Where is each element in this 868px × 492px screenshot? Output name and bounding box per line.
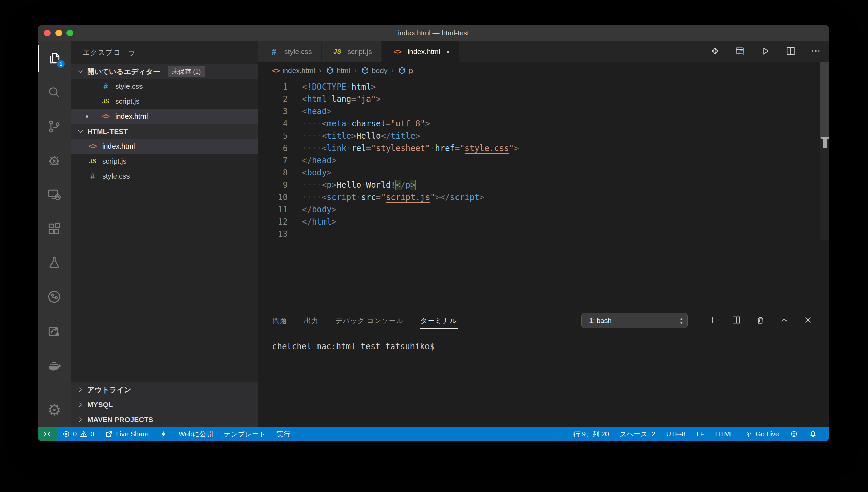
status-template[interactable]: テンプレート	[219, 427, 271, 441]
breadcrumb-item-index.html[interactable]: <>index.html	[272, 66, 315, 75]
open-preview-button[interactable]	[735, 46, 746, 58]
status-notifications[interactable]	[804, 427, 823, 441]
code-line: 7</head>	[258, 154, 829, 167]
close-button[interactable]	[803, 315, 813, 326]
breadcrumb-separator: ›	[354, 66, 357, 75]
section-header-MAVEN PROJECTS[interactable]: MAVEN PROJECTS	[71, 412, 258, 427]
open-editor-item-style.css[interactable]: #style.css	[71, 79, 258, 94]
activity-item-git-graph[interactable]	[38, 280, 71, 314]
breadcrumb-item-p[interactable]: p	[398, 66, 413, 75]
run-button[interactable]	[760, 46, 771, 58]
activity-item-test-explorer[interactable]	[38, 246, 71, 280]
git-graph-icon	[47, 289, 62, 304]
status-feedback[interactable]	[784, 427, 804, 441]
editor-scrollbar[interactable]	[820, 62, 829, 240]
status-eol[interactable]: LF	[691, 427, 709, 441]
breadcrumb-separator: ›	[319, 66, 321, 75]
zoom-window-button[interactable]	[66, 30, 73, 36]
status-publish-web[interactable]: Webに公開	[173, 427, 219, 441]
activity-item-explorer[interactable]: 1	[38, 41, 71, 75]
status-problems[interactable]: 00	[57, 427, 100, 441]
panel-tab-出力[interactable]: 出力	[303, 313, 319, 329]
file-label: script.js	[115, 97, 139, 105]
status-bar: 00Live ShareWebに公開テンプレート実行 行 9、列 20スペース:…	[38, 427, 829, 441]
search-icon	[47, 85, 62, 100]
breadcrumb-item-body[interactable]: body	[361, 66, 388, 75]
activity-item-manage[interactable]: ⚙	[38, 393, 71, 427]
terminal-output[interactable]: chelchel-mac:html-test tatsuhiko$	[258, 333, 829, 351]
code-text: <!DOCTYPE·html>	[302, 81, 376, 93]
test-flask-icon	[47, 255, 62, 270]
code-token: </	[302, 217, 312, 227]
remote-indicator[interactable]	[38, 427, 57, 441]
tree-item-script.js[interactable]: JSscript.js	[71, 154, 258, 169]
code-token: ·	[327, 94, 331, 104]
bell-icon	[809, 430, 817, 438]
status-live-share[interactable]: Live Share	[100, 427, 154, 441]
status-flash[interactable]	[154, 427, 173, 441]
breadcrumb-item-html[interactable]: html	[326, 66, 350, 75]
plus-button[interactable]	[707, 315, 718, 326]
chevron-up-button[interactable]	[779, 315, 789, 326]
status-label: 0	[73, 430, 77, 438]
file-label: script.js	[102, 157, 126, 165]
activity-item-debug[interactable]	[38, 143, 71, 178]
panel-tab-問題[interactable]: 問題	[272, 313, 288, 329]
scrollbar-slider[interactable]	[820, 62, 829, 139]
status-language-mode[interactable]: HTML	[710, 427, 739, 441]
panel-tab-ターミナル[interactable]: ターミナル	[420, 313, 458, 329]
tab-script.js[interactable]: JSscript.js	[322, 41, 382, 62]
status-indentation[interactable]: スペース: 2	[614, 427, 661, 441]
open-editor-item-script.js[interactable]: JSscript.js	[71, 94, 258, 109]
code-token: ·	[430, 143, 435, 153]
minimize-window-button[interactable]	[55, 30, 62, 36]
close-window-button[interactable]	[44, 30, 51, 36]
panel-tab-デバッグ コンソール[interactable]: デバッグ コンソール	[335, 313, 404, 329]
more-button[interactable]	[810, 46, 821, 58]
code-token: >	[332, 156, 336, 165]
code-token: html	[307, 94, 327, 104]
html-file-icon: <>	[391, 48, 404, 56]
activity-bar-spacer	[38, 382, 71, 393]
tab-label: index.html	[408, 48, 440, 56]
status-cursor-position[interactable]: 行 9、列 20	[568, 427, 614, 441]
open-editors-section-header[interactable]: 開いているエディター未保存 (1)	[71, 64, 258, 79]
trash-button[interactable]	[755, 315, 765, 326]
tree-item-index.html[interactable]: <>index.html	[71, 139, 258, 154]
terminal-instance-select[interactable]: 1: bash ▴▾	[581, 313, 688, 328]
status-run[interactable]: 実行	[271, 427, 296, 441]
file-label: index.html	[115, 112, 148, 120]
code-token: >	[435, 193, 440, 202]
folder-section-header[interactable]: HTML-TEST	[71, 124, 258, 139]
code-token: ····	[302, 131, 322, 141]
code-token: >	[351, 131, 356, 141]
code-token: charset	[351, 119, 386, 128]
activity-item-source-control[interactable]	[38, 109, 71, 143]
breadcrumb-label: body	[372, 66, 388, 75]
activity-item-extensions[interactable]	[38, 212, 71, 246]
code-editor[interactable]: 1<!DOCTYPE·html>2<html·lang="ja">3<head>…	[258, 79, 829, 308]
section-header-MYSQL[interactable]: MYSQL	[71, 397, 258, 412]
activity-item-remote-explorer[interactable]	[38, 178, 71, 212]
code-line: 1<!DOCTYPE·html>	[258, 81, 829, 93]
activity-item-docker[interactable]	[38, 348, 71, 382]
activity-item-search[interactable]	[38, 75, 71, 109]
explorer-sidebar: エクスプローラー 開いているエディター未保存 (1) #style.cssJSs…	[71, 41, 258, 427]
tab-label: style.css	[284, 48, 312, 56]
code-token: title	[327, 131, 351, 141]
code-token: "	[381, 193, 386, 202]
tab-index.html[interactable]: <>index.html●	[382, 41, 460, 62]
code-line: 11</body>	[258, 203, 829, 216]
tab-style.css[interactable]: #style.css	[258, 41, 322, 62]
git-button[interactable]	[709, 46, 720, 58]
code-token: html	[312, 217, 332, 227]
split-editor-button[interactable]	[731, 315, 742, 326]
split-editor-button[interactable]	[785, 46, 796, 58]
file-label: style.css	[115, 82, 143, 90]
status-encoding[interactable]: UTF-8	[661, 427, 691, 441]
open-editor-item-index.html[interactable]: ●<>index.html	[71, 109, 258, 124]
section-header-アウトライン[interactable]: アウトライン	[71, 382, 258, 397]
tree-item-style.css[interactable]: #style.css	[71, 169, 258, 184]
status-go-live[interactable]: Go Live	[739, 427, 784, 441]
activity-item-deploy[interactable]	[38, 314, 71, 348]
